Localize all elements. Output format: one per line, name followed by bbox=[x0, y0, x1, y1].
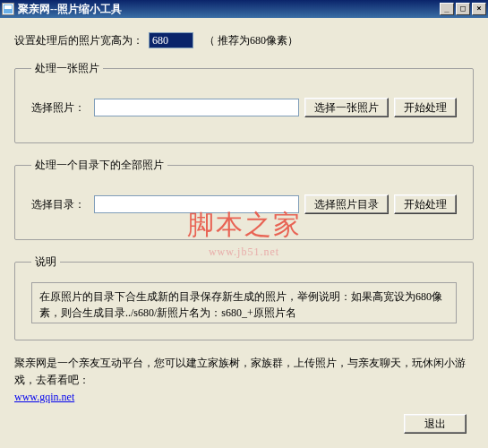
single-photo-input[interactable] bbox=[94, 99, 299, 116]
browse-dir-button[interactable]: 选择照片目录 bbox=[304, 194, 389, 214]
width-input[interactable] bbox=[149, 32, 193, 48]
description-text: 在原照片的目录下合生成新的目录保存新生成的照片，举例说明：如果高宽设为680像素… bbox=[31, 282, 457, 323]
batch-dir-input[interactable] bbox=[94, 195, 299, 213]
width-hint: （ 推荐为680像素） bbox=[204, 33, 298, 48]
single-photo-label: 选择照片： bbox=[31, 100, 89, 116]
footer-message: 聚亲网是一个亲友互动平台，您可以建立家族树，家族群，上传照片，与亲友聊天，玩休闲… bbox=[14, 357, 466, 386]
svg-rect-1 bbox=[4, 5, 12, 9]
window-title: 聚亲网--照片缩小工具 bbox=[18, 2, 438, 17]
process-batch-button[interactable]: 开始处理 bbox=[394, 194, 457, 214]
maximize-button[interactable]: □ bbox=[456, 3, 470, 15]
browse-photo-button[interactable]: 选择一张照片 bbox=[304, 98, 389, 117]
close-button[interactable]: × bbox=[472, 3, 486, 15]
group-single-photo: 处理一张照片 选择照片： 选择一张照片 开始处理 bbox=[14, 61, 474, 143]
group-desc-legend: 说明 bbox=[31, 254, 60, 270]
width-setting-row: 设置处理后的照片宽高为： （ 推荐为680像素） bbox=[14, 32, 474, 48]
width-label: 设置处理后的照片宽高为： bbox=[14, 33, 143, 48]
titlebar: 聚亲网--照片缩小工具 _ □ × bbox=[0, 0, 488, 18]
footer-link[interactable]: www.gqin.net bbox=[14, 391, 74, 403]
process-single-button[interactable]: 开始处理 bbox=[394, 98, 457, 117]
minimize-button[interactable]: _ bbox=[440, 3, 454, 15]
app-icon bbox=[2, 3, 14, 15]
client-area: 设置处理后的照片宽高为： （ 推荐为680像素） 处理一张照片 选择照片： 选择… bbox=[0, 18, 488, 448]
group-single-legend: 处理一张照片 bbox=[31, 61, 103, 76]
exit-button[interactable]: 退出 bbox=[404, 414, 467, 434]
group-description: 说明 在原照片的目录下合生成新的目录保存新生成的照片，举例说明：如果高宽设为68… bbox=[14, 254, 474, 340]
group-batch-legend: 处理一个目录下的全部照片 bbox=[31, 158, 167, 173]
footer-text: 聚亲网是一个亲友互动平台，您可以建立家族树，家族群，上传照片，与亲友聊天，玩休闲… bbox=[14, 355, 474, 407]
group-batch-photo: 处理一个目录下的全部照片 选择目录： 选择照片目录 开始处理 bbox=[14, 158, 474, 240]
batch-dir-label: 选择目录： bbox=[31, 197, 89, 212]
